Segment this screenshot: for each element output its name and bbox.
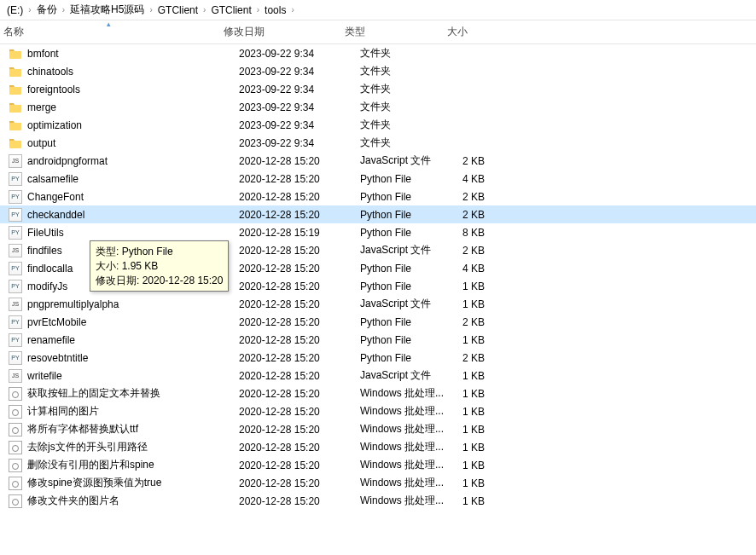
file-size: 1 KB xyxy=(462,334,531,346)
file-size: 4 KB xyxy=(462,173,531,185)
file-name: 删除没有引用的图片和spine xyxy=(27,458,239,472)
file-size: 1 KB xyxy=(462,477,531,489)
file-date: 2020-12-28 15:20 xyxy=(239,406,360,418)
sort-ascending-icon: ▴ xyxy=(107,20,111,28)
file-type: Windows 批处理... xyxy=(360,458,462,472)
file-row[interactable]: 去除js文件的开头引用路径2020-12-28 15:20Windows 批处理… xyxy=(0,438,756,456)
batch-file-icon xyxy=(9,441,22,454)
file-date: 2023-09-22 9:34 xyxy=(239,48,360,60)
file-name: 修改文件夹的图片名 xyxy=(27,494,239,508)
file-row[interactable]: PYChangeFont2020-12-28 15:20Python File2… xyxy=(0,188,756,205)
file-row[interactable]: 将所有字体都替换默认ttf2020-12-28 15:20Windows 批处理… xyxy=(0,420,756,438)
batch-file-icon xyxy=(9,387,22,401)
header-size[interactable]: 大小 ▾ xyxy=(444,20,512,43)
header-label: 类型 xyxy=(345,25,365,39)
chevron-right-icon: › xyxy=(149,5,152,14)
breadcrumb-part[interactable]: (E:) xyxy=(5,4,25,16)
file-type: Python File xyxy=(360,263,462,275)
file-date: 2023-09-22 9:34 xyxy=(239,119,360,131)
file-size: 1 KB xyxy=(462,388,531,400)
file-type: Python File xyxy=(360,352,462,364)
folder-icon xyxy=(9,47,22,61)
header-label: 大小 xyxy=(447,25,468,39)
svg-rect-4 xyxy=(9,123,21,130)
file-date: 2023-09-22 9:34 xyxy=(239,101,360,113)
file-name: FileUtils xyxy=(27,227,239,239)
folder-icon xyxy=(9,101,22,114)
python-file-icon: PY xyxy=(9,190,22,204)
file-date: 2020-12-28 15:20 xyxy=(239,352,360,364)
file-type: Windows 批处理... xyxy=(360,440,462,454)
python-file-icon: PY xyxy=(9,262,22,275)
file-type: JavaScript 文件 xyxy=(360,153,462,168)
file-row[interactable]: foreigntools2023-09-22 9:34文件夹 xyxy=(0,80,756,98)
file-size: 2 KB xyxy=(462,155,531,167)
python-file-icon: PY xyxy=(9,172,22,186)
file-row[interactable]: 修改文件夹的图片名2020-12-28 15:20Windows 批处理...1… xyxy=(0,492,756,510)
tooltip-line: 大小: 1.95 KB xyxy=(96,259,223,274)
file-name: 获取按钮上的固定文本并替换 xyxy=(27,386,239,401)
javascript-file-icon: JS xyxy=(9,244,22,257)
svg-rect-3 xyxy=(9,105,21,113)
file-type: JavaScript 文件 xyxy=(360,368,462,383)
file-name: pngpremultiplyalpha xyxy=(27,298,239,310)
chevron-right-icon: › xyxy=(62,5,65,14)
breadcrumb-part[interactable]: 备份 xyxy=(35,3,59,17)
header-type[interactable]: 类型 ▾ xyxy=(341,20,444,43)
python-file-icon: PY xyxy=(9,333,22,347)
python-file-icon: PY xyxy=(9,280,22,293)
file-name: 计算相同的图片 xyxy=(27,404,239,419)
folder-icon xyxy=(9,136,22,150)
file-row[interactable]: JSpngpremultiplyalpha2020-12-28 15:20Jav… xyxy=(0,295,756,313)
file-row[interactable]: PYcheckanddel2020-12-28 15:20Python File… xyxy=(0,205,756,223)
file-row[interactable]: JSwritefile2020-12-28 15:20JavaScript 文件… xyxy=(0,367,756,384)
python-file-icon: PY xyxy=(9,315,22,329)
file-row[interactable]: PYcalsamefile2020-12-28 15:20Python File… xyxy=(0,170,756,188)
svg-rect-2 xyxy=(9,87,21,95)
file-row[interactable]: output2023-09-22 9:34文件夹 xyxy=(0,134,756,152)
breadcrumb[interactable]: (E:) › 备份 › 延禧攻略H5源码 › GTClient › GTClie… xyxy=(0,0,756,20)
batch-file-icon xyxy=(9,477,22,490)
file-row[interactable]: 计算相同的图片2020-12-28 15:20Windows 批处理...1 K… xyxy=(0,402,756,420)
file-name: optimization xyxy=(27,119,239,131)
file-size: 2 KB xyxy=(462,191,531,203)
file-size: 2 KB xyxy=(462,352,531,364)
file-row[interactable]: 获取按钮上的固定文本并替换2020-12-28 15:20Windows 批处理… xyxy=(0,384,756,402)
breadcrumb-part[interactable]: GTClient xyxy=(209,4,253,16)
file-row[interactable]: JSandroidpngformat2020-12-28 15:20JavaSc… xyxy=(0,152,756,170)
file-type: Python File xyxy=(360,227,462,239)
file-row[interactable]: merge2023-09-22 9:34文件夹 xyxy=(0,98,756,116)
file-type: Windows 批处理... xyxy=(360,494,462,508)
file-date: 2020-12-28 15:20 xyxy=(239,245,360,257)
batch-file-icon xyxy=(9,494,22,508)
file-date: 2020-12-28 15:20 xyxy=(239,263,360,275)
file-type: 文件夹 xyxy=(360,82,462,96)
file-row[interactable]: bmfont2023-09-22 9:34文件夹 xyxy=(0,44,756,62)
file-row[interactable]: 修改spine资源图预乘值为true2020-12-28 15:20Window… xyxy=(0,474,756,492)
chevron-right-icon: › xyxy=(291,5,294,14)
tooltip-line: 修改日期: 2020-12-28 15:20 xyxy=(96,274,223,288)
file-date: 2023-09-22 9:34 xyxy=(239,66,360,78)
file-date: 2020-12-28 15:20 xyxy=(239,442,360,454)
file-type: Python File xyxy=(360,334,462,346)
file-row[interactable]: PYFileUtils2020-12-28 15:19Python File8 … xyxy=(0,223,756,241)
breadcrumb-part[interactable]: 延禧攻略H5源码 xyxy=(68,3,146,17)
file-row[interactable]: 删除没有引用的图片和spine2020-12-28 15:20Windows 批… xyxy=(0,456,756,474)
file-date: 2020-12-28 15:20 xyxy=(239,298,360,310)
file-row[interactable]: chinatools2023-09-22 9:34文件夹 xyxy=(0,62,756,80)
file-row[interactable]: PYpvrEtcMobile2020-12-28 15:20Python Fil… xyxy=(0,313,756,331)
header-date[interactable]: 修改日期 ▾ xyxy=(220,20,341,43)
file-size: 1 KB xyxy=(462,442,531,454)
file-row[interactable]: PYrenamefile2020-12-28 15:20Python File1… xyxy=(0,331,756,349)
file-size: 1 KB xyxy=(462,406,531,418)
file-row[interactable]: PYresovebtntitle2020-12-28 15:20Python F… xyxy=(0,349,756,367)
javascript-file-icon: JS xyxy=(9,298,22,311)
breadcrumb-part[interactable]: GTClient xyxy=(156,4,200,16)
file-size: 1 KB xyxy=(462,424,531,436)
breadcrumb-part[interactable]: tools xyxy=(263,4,288,16)
file-type: Python File xyxy=(360,280,462,292)
svg-rect-1 xyxy=(9,69,21,77)
file-type: 文件夹 xyxy=(360,118,462,132)
file-row[interactable]: optimization2023-09-22 9:34文件夹 xyxy=(0,116,756,134)
file-name: calsamefile xyxy=(27,173,239,185)
